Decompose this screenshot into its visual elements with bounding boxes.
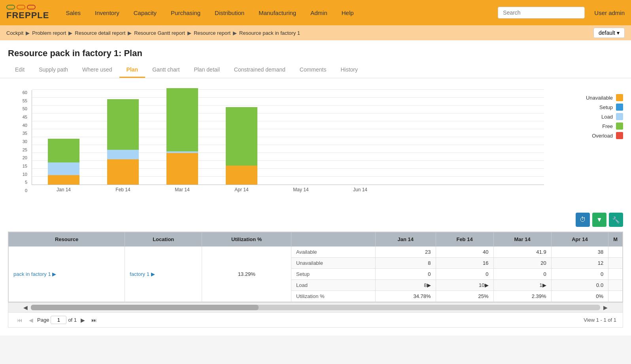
cell-load-jan14[interactable]: 8▶ [376,280,436,291]
nav-sales[interactable]: Sales [59,0,88,25]
cell-available-apr14: 38 [551,247,608,258]
bar-apr14 [226,107,257,185]
legend-unavailable-color [616,94,623,101]
page-input[interactable] [51,316,66,324]
nav-help[interactable]: Help [334,0,361,25]
nav-purchasing[interactable]: Purchasing [164,0,208,25]
chart-yaxis: 0 5 10 15 20 25 30 35 40 45 50 55 60 [8,90,30,193]
wrench-icon: 🔧 [612,216,620,224]
y-label-40: 40 [23,123,27,128]
tab-where-used[interactable]: Where used [75,62,119,78]
default-button[interactable]: default ▾ [593,28,625,38]
cell-load-label: Load [291,280,376,291]
first-page-button[interactable]: ⏮ [15,316,25,324]
nav-capacity[interactable]: Capacity [127,0,164,25]
chart-bars-area: Jan 14 Feb 14 Mar 14 Apr 14 Ma [32,90,544,185]
x-label-feb14: Feb 14 [107,187,139,192]
legend-setup: Setup [586,104,623,111]
action-buttons: ⏱ ▼ 🔧 [8,213,623,227]
y-label-30: 30 [23,139,27,144]
location-link[interactable]: factory 1 ▶ [130,271,155,277]
cell-unavailable-label: Unavailable [291,258,376,269]
x-label-apr14: Apr 14 [226,187,257,192]
tab-comments[interactable]: Comments [293,62,334,78]
cell-available-more [608,247,623,258]
bar-mar14-unavailable [166,153,198,185]
download-button[interactable]: ▼ [592,213,606,227]
user-admin[interactable]: User admin [594,9,625,16]
next-page-button[interactable]: ▶ [78,316,87,324]
breadcrumb-resource-gantt[interactable]: Resource Gantt report [134,30,185,36]
cell-load-more [608,280,623,291]
legend-load-label: Load [601,114,613,120]
scroll-right-arrow[interactable]: ▶ [600,304,611,311]
search-input[interactable] [498,7,585,19]
resource-link[interactable]: pack in factory 1 ▶ [13,271,56,277]
bar-jan14-free [48,139,79,162]
breadcrumb-cockpit[interactable]: Cockpit [6,30,23,36]
page-controls: ⏮ ◀ Page of 1 ▶ ⏭ [15,316,99,324]
tab-plan-detail[interactable]: Plan detail [187,62,227,78]
y-label-10: 10 [23,172,27,177]
breadcrumb-sep-4: ▶ [187,30,191,36]
cell-util-more [608,291,623,302]
bar-jan14-unavailable [48,175,79,185]
grid-line-55 [32,97,544,98]
cell-load-mar14[interactable]: 1▶ [493,280,551,291]
default-label: default [599,30,615,36]
cell-unavailable-mar14: 20 [493,258,551,269]
last-page-button[interactable]: ⏭ [89,316,99,324]
tab-edit[interactable]: Edit [8,62,32,78]
resource-table: Resource Location Utilization % Jan 14 F… [8,232,623,302]
y-label-5: 5 [25,180,27,185]
cell-setup-mar14: 0 [493,269,551,280]
scroll-track[interactable] [31,305,600,310]
prev-page-button[interactable]: ◀ [26,316,36,324]
nav-admin[interactable]: Admin [303,0,334,25]
tab-history[interactable]: History [333,62,365,78]
y-label-25: 25 [23,147,27,152]
cell-available-jan14: 23 [376,247,436,258]
bar-feb14-load [107,150,139,159]
pagination-bar: ⏮ ◀ Page of 1 ▶ ⏭ View 1 - 1 of 1 [8,313,623,328]
table-header-row: Resource Location Utilization % Jan 14 F… [9,232,623,247]
cell-available-mar14: 41.9 [493,247,551,258]
dropdown-arrow-icon: ▾ [617,30,620,36]
legend-free: Free [586,123,623,130]
scroll-thumb [31,305,259,310]
clock-button[interactable]: ⏱ [576,213,590,227]
breadcrumb-resource-report[interactable]: Resource report [194,30,230,36]
y-label-55: 55 [23,98,27,103]
logo-dot-orange [17,5,25,9]
settings-button[interactable]: 🔧 [609,213,623,227]
legend-free-color [616,123,623,130]
cell-load-apr14: 0.0 [551,280,608,291]
tabs-bar: Edit Supply path Where used Plan Gantt c… [0,62,631,78]
tab-gantt-chart[interactable]: Gantt chart [145,62,187,78]
cell-load-feb14[interactable]: 10▶ [436,280,493,291]
download-icon: ▼ [596,216,603,223]
breadcrumb-problem-report[interactable]: Problem report [32,30,66,36]
legend-overload-color [616,132,623,139]
bar-apr14-free [226,107,257,166]
nav-inventory[interactable]: Inventory [88,0,127,25]
cell-resource-name: pack in factory 1 ▶ [9,247,125,302]
breadcrumb-current: Resource pack in factory 1 [239,30,300,36]
cell-util-mar14: 2.39% [493,291,551,302]
tab-constrained-demand[interactable]: Constrained demand [227,62,293,78]
cell-util-label: Utilization % [291,291,376,302]
nav-manufacturing[interactable]: Manufacturing [251,0,303,25]
logo-dots [6,5,49,9]
scroll-left-arrow[interactable]: ◀ [20,304,31,311]
y-label-20: 20 [23,155,27,160]
nav-distribution[interactable]: Distribution [208,0,251,25]
legend-overload: Overload [586,132,623,139]
bar-jan14 [48,139,79,185]
tab-supply-path[interactable]: Supply path [32,62,75,78]
breadcrumb-resource-detail[interactable]: Resource detail report [75,30,125,36]
header: FREPPLE Sales Inventory Capacity Purchas… [0,0,631,25]
main-content: 0 5 10 15 20 25 30 35 40 45 50 55 60 [0,78,631,336]
tab-plan[interactable]: Plan [119,62,145,78]
cell-setup-jan14: 0 [376,269,436,280]
y-label-35: 35 [23,131,27,136]
